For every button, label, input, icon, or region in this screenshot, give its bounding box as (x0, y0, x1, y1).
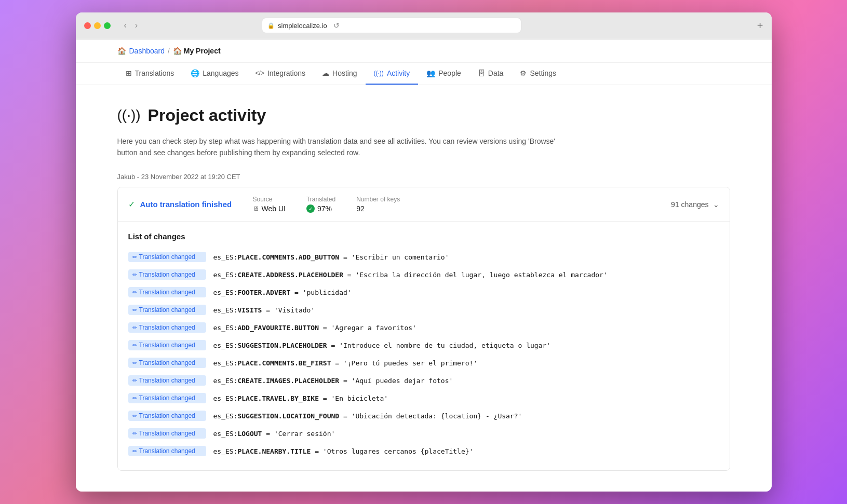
change-row: ✏ Translation changed es_ES:PLACE.COMMEN… (128, 248, 719, 266)
change-value: = '¡Pero tú puedes ser el primero!' (331, 359, 477, 367)
tab-hosting[interactable]: ☁ Hosting (314, 63, 365, 85)
title-bar: ‹ › 🔒 simplelocalize.io ↺ + (76, 12, 772, 39)
hosting-icon: ☁ (322, 69, 329, 77)
maximize-button[interactable] (104, 22, 111, 29)
activity-date: Jakub - 23 November 2022 at 19:20 CET (117, 173, 730, 181)
change-row: ✏ Translation changed es_ES:CREATE.IMAGE… (128, 372, 719, 389)
source-label: Source (253, 196, 286, 203)
badge-label: Translation changed (139, 394, 195, 402)
change-text: es_ES:LOGOUT = 'Cerrar sesión' (213, 430, 335, 438)
pencil-icon: ✏ (132, 448, 137, 455)
change-badge[interactable]: ✏ Translation changed (128, 428, 206, 439)
source-value: 🖥 Web UI (253, 205, 286, 213)
change-value: = 'Escribir un comentario' (339, 253, 449, 261)
translated-label: Translated (306, 196, 335, 203)
breadcrumb-separator: / (168, 47, 170, 55)
change-badge[interactable]: ✏ Translation changed (128, 446, 206, 456)
breadcrumb: 🏠 Dashboard / 🏠 My Project (76, 39, 772, 63)
change-row: ✏ Translation changed es_ES:PLACE.COMMEN… (128, 354, 719, 372)
badge-label: Translation changed (139, 430, 195, 437)
pencil-icon: ✏ (132, 377, 137, 384)
main-area: 🏠 Dashboard / 🏠 My Project ⊞ Translation… (76, 39, 772, 492)
address-bar[interactable]: 🔒 simplelocalize.io ↺ (262, 18, 521, 33)
change-row: ✏ Translation changed es_ES:SUGGESTION.P… (128, 336, 719, 354)
change-badge[interactable]: ✏ Translation changed (128, 375, 206, 386)
pencil-icon: ✏ (132, 360, 137, 366)
source-meta: Source 🖥 Web UI (253, 196, 286, 213)
change-key: FOOTER.ADVERT (237, 289, 290, 296)
keys-value: 92 (356, 205, 400, 213)
change-value: = 'publicidad' (290, 289, 351, 296)
close-button[interactable] (84, 22, 91, 29)
people-icon: 👥 (426, 69, 435, 77)
locale-prefix: es_ES: (213, 430, 238, 438)
change-value: = 'Ubicación detectada: {location} - ¿Us… (339, 412, 522, 420)
pencil-icon: ✏ (132, 413, 137, 419)
change-row: ✏ Translation changed es_ES:FOOTER.ADVER… (128, 283, 719, 301)
change-badge[interactable]: ✏ Translation changed (128, 252, 206, 262)
activity-title: Auto translation finished (140, 200, 232, 209)
change-badge[interactable]: ✏ Translation changed (128, 305, 206, 315)
translations-icon: ⊞ (126, 69, 132, 77)
change-key: CREATE.ADDRESS.PLACEHOLDER (237, 271, 343, 279)
change-badge[interactable]: ✏ Translation changed (128, 393, 206, 403)
change-badge[interactable]: ✏ Translation changed (128, 269, 206, 280)
change-badge[interactable]: ✏ Translation changed (128, 340, 206, 350)
change-row: ✏ Translation changed es_ES:SUGGESTION.L… (128, 407, 719, 425)
change-badge[interactable]: ✏ Translation changed (128, 411, 206, 421)
badge-label: Translation changed (139, 412, 195, 419)
keys-meta: Number of keys 92 (356, 196, 400, 213)
tab-languages[interactable]: 🌐 Languages (182, 63, 247, 85)
change-value: = 'Cerrar sesión' (262, 430, 335, 438)
project-emoji: 🏠 (173, 47, 184, 55)
nav-arrows: ‹ › (121, 20, 141, 31)
changes-list-title: List of changes (128, 232, 719, 241)
change-text: es_ES:FOOTER.ADVERT = 'publicidad' (213, 289, 352, 296)
home-icon: 🏠 (117, 47, 126, 55)
tab-people[interactable]: 👥 People (418, 63, 469, 85)
change-key: SUGGESTION.PLACEHOLDER (237, 342, 327, 349)
url-text: simplelocalize.io (278, 22, 327, 30)
expand-icon[interactable]: ⌄ (713, 200, 719, 209)
forward-button[interactable]: › (132, 20, 141, 31)
tab-translations[interactable]: ⊞ Translations (117, 63, 183, 85)
minimize-button[interactable] (94, 22, 101, 29)
change-text: es_ES:PLACE.TRAVEL.BY_BIKE = 'En bicicle… (213, 394, 388, 402)
change-key: PLACE.NEARBY.TITLE (237, 447, 311, 455)
change-text: es_ES:SUGGESTION.LOCATION_FOUND = 'Ubica… (213, 412, 522, 420)
page-description: Here you can check step by step what was… (117, 135, 564, 159)
change-text: es_ES:CREATE.ADDRESS.PLACEHOLDER = 'Escr… (213, 271, 608, 279)
tab-settings[interactable]: ⚙ Settings (512, 63, 564, 85)
pencil-icon: ✏ (132, 324, 137, 331)
change-value: = 'Agregar a favoritos' (319, 324, 416, 332)
change-badge[interactable]: ✏ Translation changed (128, 358, 206, 368)
integrations-icon: </> (256, 70, 264, 77)
change-text: es_ES:SUGGESTION.PLACEHOLDER = 'Introduc… (213, 342, 551, 349)
pencil-icon: ✏ (132, 271, 137, 278)
reload-button[interactable]: ↺ (333, 21, 340, 30)
locale-prefix: es_ES: (213, 342, 238, 349)
tab-activity[interactable]: ((·)) Activity (366, 63, 419, 85)
back-button[interactable]: ‹ (121, 20, 130, 31)
dashboard-link[interactable]: Dashboard (129, 47, 165, 55)
tab-data[interactable]: 🗄 Data (469, 63, 512, 85)
locale-prefix: es_ES: (213, 377, 238, 385)
locale-prefix: es_ES: (213, 447, 238, 455)
badge-label: Translation changed (139, 377, 195, 384)
change-row: ✏ Translation changed es_ES:VISITS = 'Vi… (128, 301, 719, 319)
change-badge[interactable]: ✏ Translation changed (128, 322, 206, 333)
page-icon: ((·)) (117, 107, 141, 124)
change-key: CREATE.IMAGES.PLACEHOLDER (237, 377, 339, 385)
change-text: es_ES:ADD_FAVOURITE.BUTTON = 'Agregar a … (213, 324, 416, 332)
activity-card-header: ✓ Auto translation finished Source 🖥 Web… (118, 187, 730, 222)
keys-label: Number of keys (356, 196, 400, 203)
change-row: ✏ Translation changed es_ES:LOGOUT = 'Ce… (128, 425, 719, 442)
change-row: ✏ Translation changed es_ES:PLACE.TRAVEL… (128, 389, 719, 407)
new-tab-button[interactable]: + (757, 20, 763, 32)
change-badge[interactable]: ✏ Translation changed (128, 287, 206, 297)
change-value: = 'Escriba la dirección del lugar, luego… (343, 271, 608, 279)
change-key: ADD_FAVOURITE.BUTTON (237, 324, 319, 332)
change-key: SUGGESTION.LOCATION_FOUND (237, 412, 339, 420)
pencil-icon: ✏ (132, 430, 137, 437)
tab-integrations[interactable]: </> Integrations (247, 63, 314, 85)
